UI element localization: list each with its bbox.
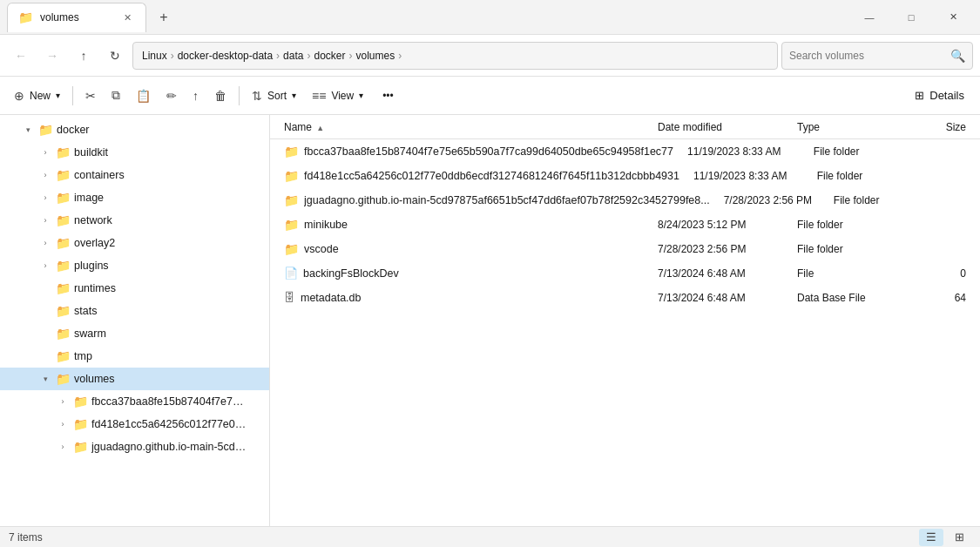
sidebar-item-containers[interactable]: › 📁 containers — [0, 164, 269, 186]
expand-image-icon: › — [38, 191, 52, 205]
breadcrumb-docker[interactable]: docker — [314, 50, 345, 62]
file-date: 7/28/2023 2:56 PM — [717, 194, 827, 206]
sidebar-item-runtimes[interactable]: 📁 runtimes — [0, 277, 269, 300]
folder-icon: 📁 — [284, 169, 299, 183]
column-size[interactable]: Size — [903, 121, 973, 133]
column-type[interactable]: Type — [790, 121, 903, 133]
sidebar-item-label-containers: containers — [74, 169, 125, 181]
expand-sub2-icon: › — [56, 417, 70, 431]
breadcrumb-sep-1: › — [171, 50, 174, 62]
new-button[interactable]: ⊕ New ▾ — [7, 82, 67, 110]
new-icon: ⊕ — [14, 89, 24, 103]
file-size: 0 — [903, 267, 973, 280]
sidebar-item-overlay2[interactable]: › 📁 overlay2 — [0, 232, 269, 254]
tab-volumes[interactable]: 📁 volumes ✕ — [7, 3, 146, 32]
breadcrumb-docker-desktop-data[interactable]: docker-desktop-data — [178, 50, 273, 62]
back-button[interactable]: ← — [7, 42, 35, 70]
folder-plugins-icon: 📁 — [56, 259, 71, 273]
sidebar-item-label-tmp: tmp — [74, 350, 92, 362]
tab-close-button[interactable]: ✕ — [120, 10, 135, 25]
item-count: 7 items — [9, 531, 43, 544]
refresh-button[interactable]: ↻ — [101, 42, 129, 70]
view-list-button[interactable]: ☰ — [919, 529, 943, 546]
sort-dropdown-icon: ▾ — [292, 91, 296, 100]
title-bar: 📁 volumes ✕ + — □ ✕ — [0, 0, 980, 35]
sidebar-item-plugins[interactable]: › 📁 plugins — [0, 254, 269, 277]
table-row[interactable]: 🗄 metadata.db 7/13/2024 6:48 AM Data Bas… — [270, 286, 980, 310]
file-size: 64 — [903, 292, 973, 304]
paste-button[interactable]: 📋 — [129, 82, 158, 110]
sidebar-item-sub2[interactable]: › 📁 fd418e1cc5a64256c012f77e0ddb6ecdf3 — [0, 413, 269, 436]
search-input[interactable] — [789, 50, 945, 62]
rename-button[interactable]: ✏ — [159, 82, 184, 110]
sort-icon: ⇅ — [252, 89, 262, 103]
new-tab-button[interactable]: + — [150, 3, 178, 31]
cut-button[interactable]: ✂ — [78, 82, 103, 110]
file-name: minikube — [304, 219, 348, 231]
minimize-button[interactable]: — — [849, 3, 889, 31]
sidebar-item-buildkit[interactable]: › 📁 buildkit — [0, 141, 269, 164]
sidebar-item-network[interactable]: › 📁 network — [0, 209, 269, 232]
file-list-header: Name ▲ Date modified Type Size — [270, 115, 980, 139]
table-row[interactable]: 📁 fbcca37baa8fe15b87404f7e75e65b590a7f7c… — [270, 139, 980, 164]
table-row[interactable]: 📁 fd418e1cc5a64256c012f77e0ddb6ecdf31274… — [270, 164, 980, 188]
column-date[interactable]: Date modified — [651, 121, 790, 133]
expand-overlay2-icon: › — [38, 236, 52, 250]
sidebar-item-label-runtimes: runtimes — [74, 282, 116, 294]
expand-runtimes-icon — [38, 281, 52, 295]
column-name[interactable]: Name ▲ — [277, 121, 651, 133]
expand-plugins-icon: › — [38, 259, 52, 273]
folder-icon: 📁 — [284, 218, 299, 232]
search-box[interactable]: 🔍 — [781, 42, 973, 70]
address-bar: ← → ↑ ↻ Linux › docker-desktop-data › da… — [0, 35, 980, 77]
breadcrumb-volumes[interactable]: volumes — [355, 50, 395, 62]
folder-containers-icon: 📁 — [56, 168, 71, 182]
table-row[interactable]: 📁 minikube 8/24/2023 5:12 PM File folder — [270, 213, 980, 237]
file-name: fbcca37baa8fe15b87404f7e75e65b590a7f7ca9… — [304, 145, 673, 158]
view-toggle-group: ☰ ⊞ — [919, 529, 971, 546]
sidebar-item-label-sub1: fbcca37baa8fe15b87404f7e75e65b590a7 — [91, 395, 248, 408]
expand-sub1-icon: › — [56, 395, 70, 409]
column-name-label: Name — [284, 121, 312, 133]
expand-docker-icon: ▾ — [21, 123, 35, 137]
breadcrumb[interactable]: Linux › docker-desktop-data › data › doc… — [132, 42, 778, 70]
sidebar-item-image[interactable]: › 📁 image — [0, 186, 269, 209]
window-controls: — □ ✕ — [849, 3, 973, 31]
details-button[interactable]: ⊞ Details — [906, 82, 973, 110]
sidebar-item-tmp[interactable]: 📁 tmp — [0, 345, 269, 368]
copy-button[interactable]: ⧉ — [105, 82, 127, 110]
view-grid-button[interactable]: ⊞ — [947, 529, 971, 546]
breadcrumb-linux[interactable]: Linux — [142, 50, 167, 62]
sidebar-item-volumes[interactable]: ▾ 📁 volumes — [0, 368, 269, 390]
maximize-button[interactable]: □ — [891, 3, 931, 31]
sidebar-item-label-plugins: plugins — [74, 260, 109, 272]
sidebar-item-label-sub3: jguadagno.github.io-main-5cd97875... — [91, 441, 248, 453]
expand-volumes-icon: ▾ — [38, 372, 52, 386]
file-type: File folder — [790, 243, 903, 255]
table-row[interactable]: 📄 backingFsBlockDev 7/13/2024 6:48 AM Fi… — [270, 261, 980, 286]
sidebar-item-sub1[interactable]: › 📁 fbcca37baa8fe15b87404f7e75e65b590a7 — [0, 390, 269, 413]
table-row[interactable]: 📁 jguadagno.github.io-main-5cd97875af665… — [270, 188, 980, 213]
more-icon: ••• — [382, 90, 394, 102]
forward-button[interactable]: → — [38, 42, 66, 70]
sidebar-item-docker[interactable]: ▾ 📁 docker — [0, 118, 269, 141]
sidebar-item-swarm[interactable]: 📁 swarm — [0, 322, 269, 345]
delete-button[interactable]: 🗑 — [207, 82, 233, 110]
status-bar: 7 items ☰ ⊞ — [0, 526, 980, 547]
more-button[interactable]: ••• — [375, 82, 401, 110]
up-button[interactable]: ↑ — [70, 42, 98, 70]
expand-network-icon: › — [38, 213, 52, 227]
new-dropdown-icon: ▾ — [56, 91, 60, 100]
breadcrumb-data[interactable]: data — [283, 50, 303, 62]
table-row[interactable]: 📁 vscode 7/28/2023 2:56 PM File folder — [270, 237, 980, 261]
expand-buildkit-icon: › — [38, 145, 52, 159]
sidebar-item-sub3[interactable]: › 📁 jguadagno.github.io-main-5cd97875... — [0, 436, 269, 458]
sort-arrow-name: ▲ — [316, 124, 324, 132]
view-button[interactable]: ≡≡ View ▾ — [305, 82, 370, 110]
file-date: 7/13/2024 6:48 AM — [651, 267, 790, 280]
sidebar-item-stats[interactable]: 📁 stats — [0, 300, 269, 322]
share-button[interactable]: ↑ — [186, 82, 206, 110]
expand-sub3-icon: › — [56, 440, 70, 454]
close-button[interactable]: ✕ — [933, 3, 973, 31]
sort-button[interactable]: ⇅ Sort ▾ — [245, 82, 303, 110]
